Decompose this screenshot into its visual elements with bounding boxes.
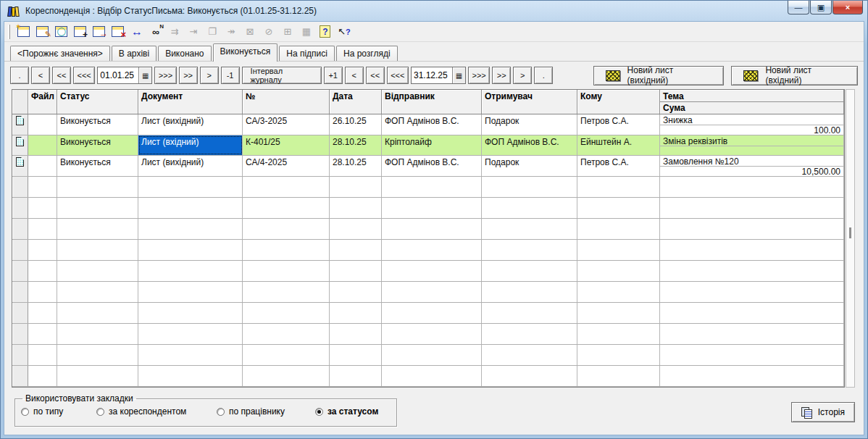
restore-button[interactable]: ▣ bbox=[810, 1, 832, 14]
header-status[interactable]: Статус bbox=[57, 90, 138, 114]
nav-prev-button[interactable]: < bbox=[31, 67, 50, 84]
cell-file[interactable] bbox=[28, 156, 57, 176]
cell-receiver[interactable]: Подарок bbox=[482, 114, 577, 135]
nav-next-button[interactable]: > bbox=[200, 67, 219, 84]
edit-entry-icon[interactable]: ✎ bbox=[33, 23, 52, 40]
tab-under-review[interactable]: На розгляді bbox=[336, 46, 398, 61]
find-number-icon[interactable]: ∞N bbox=[146, 23, 165, 40]
new-entry-icon[interactable]: ✶ bbox=[14, 23, 33, 40]
table-row-empty[interactable] bbox=[12, 219, 844, 240]
close-button[interactable]: × bbox=[832, 1, 863, 14]
table-scrollbar[interactable] bbox=[846, 89, 855, 388]
date-to-input[interactable] bbox=[412, 67, 452, 83]
journal-interval-button[interactable]: Інтервал журналу bbox=[242, 67, 322, 84]
cell-date[interactable]: 28.10.25 bbox=[330, 156, 382, 176]
radio-by-type[interactable]: по типу bbox=[21, 406, 96, 417]
nav-next-button-2[interactable]: > bbox=[513, 67, 532, 84]
cell-status[interactable]: Виконується bbox=[57, 114, 138, 135]
cell-subject-amount[interactable]: Зміна реквізитів bbox=[660, 135, 844, 155]
scrollbar-thumb[interactable] bbox=[849, 227, 851, 238]
minus-one-button[interactable]: -1 bbox=[221, 67, 240, 84]
header-subject-amount[interactable]: Тема Сума bbox=[660, 90, 844, 114]
table-row-empty[interactable] bbox=[12, 345, 844, 366]
cell-receiver[interactable]: ФОП Адмінов В.С. bbox=[482, 135, 577, 155]
add-entry-icon[interactable]: + bbox=[71, 23, 90, 40]
nav-next-page-button-2[interactable]: >> bbox=[492, 67, 511, 84]
cell-to[interactable]: Петров С.А. bbox=[577, 114, 660, 135]
plus-one-button[interactable]: +1 bbox=[324, 67, 343, 84]
tab-in-progress[interactable]: Виконується bbox=[213, 43, 278, 62]
header-sender[interactable]: Відправник bbox=[382, 90, 482, 114]
copy-entry-icon[interactable]: → bbox=[90, 23, 109, 40]
cell-file[interactable] bbox=[28, 135, 57, 155]
header-file[interactable]: Файл bbox=[28, 90, 57, 114]
delete-entry-icon[interactable]: × bbox=[109, 23, 128, 40]
nav-last-button[interactable]: >>> bbox=[154, 67, 176, 84]
cell-file[interactable] bbox=[28, 114, 57, 135]
table-row-empty[interactable] bbox=[12, 198, 844, 219]
toolbar-grip[interactable] bbox=[8, 25, 10, 39]
radio-by-correspondent[interactable]: за кореспондентом bbox=[96, 406, 217, 417]
radio-by-employee[interactable]: по працівнику bbox=[217, 406, 315, 417]
table-row-empty[interactable] bbox=[12, 261, 844, 282]
table-row-empty[interactable] bbox=[12, 282, 844, 303]
row-icon-cell[interactable] bbox=[12, 135, 28, 155]
cell-sender[interactable]: ФОП Адмінов В.С. bbox=[382, 156, 482, 176]
header-document[interactable]: Документ bbox=[138, 90, 243, 114]
cell-number[interactable]: СА/4-2025 bbox=[243, 156, 330, 176]
cell-status[interactable]: Виконується bbox=[57, 156, 138, 176]
cell-subject-amount[interactable]: Замовлення №120 10,500.00 bbox=[660, 156, 844, 176]
row-icon-cell[interactable] bbox=[12, 114, 28, 135]
nav-prev-page-button-2[interactable]: << bbox=[366, 67, 385, 84]
header-icon-column[interactable] bbox=[12, 90, 28, 114]
cell-to[interactable]: Петров С.А. bbox=[577, 156, 660, 176]
calendar-icon[interactable]: ▦ bbox=[138, 67, 151, 83]
tab-empty-value[interactable]: <Порожнє значення> bbox=[10, 46, 110, 61]
minimize-button[interactable]: — bbox=[788, 1, 809, 14]
tab-archived[interactable]: В архіві bbox=[112, 46, 157, 61]
cell-to[interactable]: Ейнштейн А. bbox=[577, 135, 660, 155]
interval-icon[interactable]: ↔ bbox=[128, 23, 146, 40]
cell-document-selected[interactable]: Лист (вхідний) bbox=[138, 135, 243, 155]
table-row-empty[interactable] bbox=[12, 303, 844, 324]
radio-by-status[interactable]: за статусом bbox=[315, 406, 378, 417]
nav-first-button-2[interactable]: <<< bbox=[387, 67, 409, 84]
nav-first-button[interactable]: <<< bbox=[73, 67, 95, 84]
cell-sender[interactable]: Кріптолайф bbox=[382, 135, 482, 155]
header-receiver[interactable]: Отримувач bbox=[482, 90, 577, 114]
nav-dot-last-button[interactable]: . bbox=[534, 67, 553, 84]
nav-prev-page-button[interactable]: << bbox=[52, 67, 71, 84]
preview-icon[interactable]: ◯ bbox=[52, 23, 71, 40]
nav-next-page-button[interactable]: >> bbox=[179, 67, 198, 84]
table-row-empty[interactable] bbox=[12, 177, 844, 198]
new-incoming-letter-button[interactable]: Новий лист (вхідний) bbox=[731, 66, 858, 85]
help-icon[interactable]: ? bbox=[316, 23, 335, 40]
context-help-icon[interactable]: ↖? bbox=[335, 23, 354, 40]
table-row-empty[interactable] bbox=[12, 366, 844, 387]
header-number[interactable]: № bbox=[243, 90, 330, 114]
calendar-icon[interactable]: ▦ bbox=[452, 67, 465, 83]
cell-document[interactable]: Лист (вихідний) bbox=[138, 156, 243, 176]
cell-sender[interactable]: ФОП Адмінов В.С. bbox=[382, 114, 482, 135]
tab-for-signature[interactable]: На підписі bbox=[279, 46, 335, 61]
cell-number[interactable]: К-401/25 bbox=[243, 135, 330, 155]
cell-document[interactable]: Лист (вихідний) bbox=[138, 114, 243, 135]
cell-date[interactable]: 28.10.25 bbox=[330, 135, 382, 155]
cell-subject-amount[interactable]: Знижка 100.00 bbox=[660, 114, 844, 135]
nav-prev-button-2[interactable]: < bbox=[345, 67, 364, 84]
date-from-input[interactable] bbox=[98, 67, 138, 83]
header-date[interactable]: Дата bbox=[330, 90, 382, 114]
row-icon-cell[interactable] bbox=[12, 156, 28, 176]
table-row-empty[interactable] bbox=[12, 240, 844, 261]
new-outgoing-letter-button[interactable]: Новий лист (вихідний) bbox=[593, 66, 725, 85]
nav-last-button-2[interactable]: >>> bbox=[468, 67, 490, 84]
tab-done[interactable]: Виконано bbox=[158, 46, 211, 61]
table-row-empty[interactable] bbox=[12, 324, 844, 345]
nav-dot-first-button[interactable]: . bbox=[10, 67, 29, 84]
header-to[interactable]: Кому bbox=[577, 90, 660, 114]
cell-status[interactable]: Виконується bbox=[57, 135, 138, 155]
cell-number[interactable]: СА/3-2025 bbox=[243, 114, 330, 135]
history-button[interactable]: Історія bbox=[791, 402, 855, 422]
cell-receiver[interactable]: Подарок bbox=[482, 156, 577, 176]
cell-date[interactable]: 26.10.25 bbox=[330, 114, 382, 135]
